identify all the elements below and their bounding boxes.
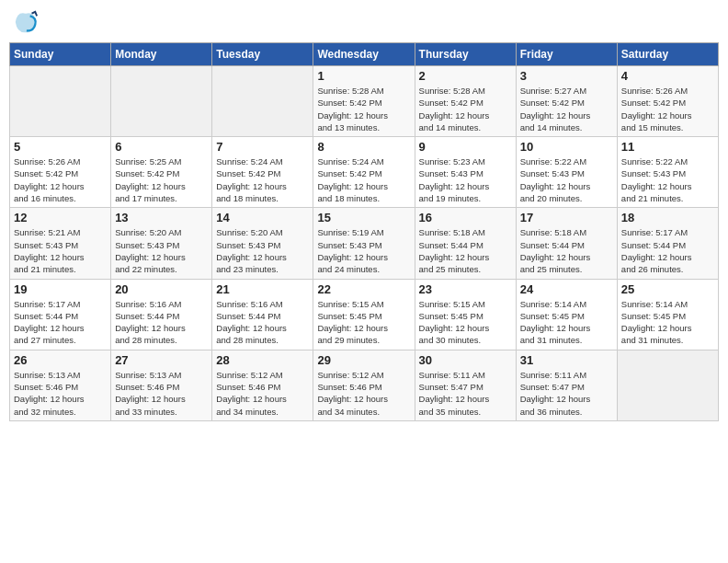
day-number: 25 [621,282,714,296]
day-info: Sunrise: 5:25 AM Sunset: 5:42 PM Dayligh… [115,155,208,204]
day-info: Sunrise: 5:16 AM Sunset: 5:44 PM Dayligh… [216,298,309,347]
day-header-sunday: Sunday [10,43,111,66]
day-info: Sunrise: 5:26 AM Sunset: 5:42 PM Dayligh… [14,155,107,204]
day-info: Sunrise: 5:20 AM Sunset: 5:43 PM Dayligh… [216,226,309,275]
week-row-1: 1Sunrise: 5:28 AM Sunset: 5:42 PM Daylig… [10,66,719,137]
day-number: 13 [115,211,208,224]
day-number: 29 [317,353,410,367]
calendar-cell: 3Sunrise: 5:27 AM Sunset: 5:42 PM Daylig… [516,66,617,137]
day-number: 16 [419,211,512,224]
calendar-cell: 14Sunrise: 5:20 AM Sunset: 5:43 PM Dayli… [212,208,313,279]
calendar-cell: 30Sunrise: 5:11 AM Sunset: 5:47 PM Dayli… [415,350,516,420]
calendar-cell [617,350,718,420]
day-number: 26 [14,353,107,367]
day-info: Sunrise: 5:15 AM Sunset: 5:45 PM Dayligh… [419,298,512,347]
day-header-monday: Monday [111,43,212,66]
day-number: 20 [115,282,208,296]
day-info: Sunrise: 5:14 AM Sunset: 5:45 PM Dayligh… [520,298,613,347]
calendar-cell: 1Sunrise: 5:28 AM Sunset: 5:42 PM Daylig… [313,66,415,137]
calendar-cell: 19Sunrise: 5:17 AM Sunset: 5:44 PM Dayli… [10,279,111,350]
week-row-5: 26Sunrise: 5:13 AM Sunset: 5:46 PM Dayli… [10,350,719,420]
day-info: Sunrise: 5:12 AM Sunset: 5:46 PM Dayligh… [317,369,410,418]
day-info: Sunrise: 5:13 AM Sunset: 5:46 PM Dayligh… [14,369,107,418]
day-info: Sunrise: 5:16 AM Sunset: 5:44 PM Dayligh… [115,298,208,347]
day-header-tuesday: Tuesday [212,43,313,66]
day-number: 3 [520,69,613,83]
calendar-cell: 31Sunrise: 5:11 AM Sunset: 5:47 PM Dayli… [516,350,617,420]
day-info: Sunrise: 5:17 AM Sunset: 5:44 PM Dayligh… [14,298,107,347]
logo [9,9,39,35]
day-info: Sunrise: 5:27 AM Sunset: 5:42 PM Dayligh… [520,85,613,133]
calendar-header: SundayMondayTuesdayWednesdayThursdayFrid… [10,43,719,66]
day-number: 5 [14,140,107,154]
day-info: Sunrise: 5:13 AM Sunset: 5:46 PM Dayligh… [115,369,208,418]
calendar-cell: 9Sunrise: 5:23 AM Sunset: 5:43 PM Daylig… [415,137,516,208]
day-number: 6 [115,140,208,154]
day-info: Sunrise: 5:19 AM Sunset: 5:43 PM Dayligh… [317,226,410,275]
day-info: Sunrise: 5:24 AM Sunset: 5:42 PM Dayligh… [317,155,410,204]
days-of-week-row: SundayMondayTuesdayWednesdayThursdayFrid… [10,43,719,66]
calendar-cell: 13Sunrise: 5:20 AM Sunset: 5:43 PM Dayli… [111,208,212,279]
day-info: Sunrise: 5:23 AM Sunset: 5:43 PM Dayligh… [419,155,512,204]
day-number: 14 [216,211,309,224]
day-header-thursday: Thursday [415,43,516,66]
day-number: 15 [317,211,410,224]
calendar-cell: 22Sunrise: 5:15 AM Sunset: 5:45 PM Dayli… [313,279,415,350]
day-info: Sunrise: 5:20 AM Sunset: 5:43 PM Dayligh… [115,226,208,275]
day-header-saturday: Saturday [617,43,718,66]
calendar-cell [111,66,212,137]
day-number: 21 [216,282,309,296]
day-number: 11 [621,140,714,154]
day-header-friday: Friday [516,43,617,66]
week-row-3: 12Sunrise: 5:21 AM Sunset: 5:43 PM Dayli… [10,208,719,279]
calendar-cell: 21Sunrise: 5:16 AM Sunset: 5:44 PM Dayli… [212,279,313,350]
calendar-cell: 20Sunrise: 5:16 AM Sunset: 5:44 PM Dayli… [111,279,212,350]
calendar-cell: 18Sunrise: 5:17 AM Sunset: 5:44 PM Dayli… [617,208,718,279]
day-number: 1 [317,69,410,83]
calendar-cell: 27Sunrise: 5:13 AM Sunset: 5:46 PM Dayli… [111,350,212,420]
day-info: Sunrise: 5:14 AM Sunset: 5:45 PM Dayligh… [621,298,714,347]
day-number: 30 [419,353,512,367]
day-info: Sunrise: 5:28 AM Sunset: 5:42 PM Dayligh… [317,85,410,133]
calendar-cell [212,66,313,137]
week-row-2: 5Sunrise: 5:26 AM Sunset: 5:42 PM Daylig… [10,137,719,208]
calendar-cell: 17Sunrise: 5:18 AM Sunset: 5:44 PM Dayli… [516,208,617,279]
day-info: Sunrise: 5:22 AM Sunset: 5:43 PM Dayligh… [520,155,613,204]
day-info: Sunrise: 5:15 AM Sunset: 5:45 PM Dayligh… [317,298,410,347]
day-number: 7 [216,140,309,154]
day-number: 28 [216,353,309,367]
page-header [9,9,719,35]
calendar-cell: 25Sunrise: 5:14 AM Sunset: 5:45 PM Dayli… [617,279,718,350]
day-info: Sunrise: 5:26 AM Sunset: 5:42 PM Dayligh… [621,85,714,133]
day-info: Sunrise: 5:17 AM Sunset: 5:44 PM Dayligh… [621,226,714,275]
calendar-table: SundayMondayTuesdayWednesdayThursdayFrid… [9,42,719,421]
day-number: 12 [14,211,107,224]
day-info: Sunrise: 5:11 AM Sunset: 5:47 PM Dayligh… [520,369,613,418]
day-number: 19 [14,282,107,296]
day-number: 2 [419,69,512,83]
calendar-cell: 2Sunrise: 5:28 AM Sunset: 5:42 PM Daylig… [415,66,516,137]
calendar-cell: 8Sunrise: 5:24 AM Sunset: 5:42 PM Daylig… [313,137,415,208]
calendar-cell [10,66,111,137]
day-number: 24 [520,282,613,296]
day-header-wednesday: Wednesday [313,43,415,66]
day-number: 8 [317,140,410,154]
calendar-cell: 26Sunrise: 5:13 AM Sunset: 5:46 PM Dayli… [10,350,111,420]
calendar-cell: 23Sunrise: 5:15 AM Sunset: 5:45 PM Dayli… [415,279,516,350]
day-number: 4 [621,69,714,83]
calendar-cell: 12Sunrise: 5:21 AM Sunset: 5:43 PM Dayli… [10,208,111,279]
calendar-cell: 5Sunrise: 5:26 AM Sunset: 5:42 PM Daylig… [10,137,111,208]
day-number: 23 [419,282,512,296]
calendar-cell: 24Sunrise: 5:14 AM Sunset: 5:45 PM Dayli… [516,279,617,350]
calendar-cell: 7Sunrise: 5:24 AM Sunset: 5:42 PM Daylig… [212,137,313,208]
calendar-cell: 16Sunrise: 5:18 AM Sunset: 5:44 PM Dayli… [415,208,516,279]
day-number: 27 [115,353,208,367]
day-number: 18 [621,211,714,224]
day-number: 17 [520,211,613,224]
day-info: Sunrise: 5:21 AM Sunset: 5:43 PM Dayligh… [14,226,107,275]
week-row-4: 19Sunrise: 5:17 AM Sunset: 5:44 PM Dayli… [10,279,719,350]
day-info: Sunrise: 5:12 AM Sunset: 5:46 PM Dayligh… [216,369,309,418]
logo-icon [13,9,39,35]
day-number: 10 [520,140,613,154]
day-info: Sunrise: 5:18 AM Sunset: 5:44 PM Dayligh… [419,226,512,275]
